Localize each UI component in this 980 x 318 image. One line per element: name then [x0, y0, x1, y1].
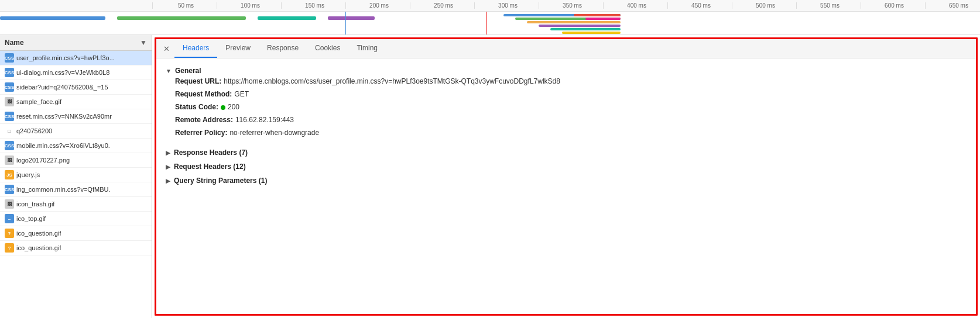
header-value: 200: [221, 102, 239, 112]
waterfall-bar: [550, 28, 621, 30]
ruler-marks: 50 ms100 ms150 ms200 ms250 ms300 ms350 m…: [152, 2, 980, 9]
general-section: ▼ General Request URL:https://home.cnblo…: [166, 65, 967, 138]
list-item[interactable]: CSSmobile.min.css?v=Xro6iVLt8yu0.: [0, 139, 152, 153]
list-item[interactable]: ?ico_question.gif: [0, 226, 152, 241]
tab-headers[interactable]: Headers: [174, 39, 217, 58]
ruler-mark: 450 ms: [667, 2, 732, 9]
red-vertical-line: [486, 12, 486, 34]
file-name: ui-dialog.min.css?v=VJeWkb0L8: [16, 69, 109, 76]
status-dot: [221, 105, 225, 110]
waterfall-bar: [562, 32, 621, 34]
file-type-icon: ?: [5, 229, 14, 238]
query-string-title: Query String Parameters (1): [174, 177, 267, 185]
ruler-mark: 50 ms: [152, 2, 217, 9]
header-row: Status Code:200: [175, 102, 967, 112]
file-type-icon: CSS: [5, 82, 14, 92]
file-type-icon: 🖼: [5, 97, 14, 106]
file-name: user_profile.min.css?v=hwPLf3o...: [16, 54, 115, 61]
waterfall-bar: [328, 16, 375, 20]
waterfall-bar: [527, 21, 621, 23]
ruler-mark: 300 ms: [474, 2, 539, 9]
list-item[interactable]: 🖼icon_trash.gif: [0, 197, 152, 212]
response-headers-section: ▶ Response Headers (7): [166, 147, 967, 158]
response-headers-header[interactable]: ▶ Response Headers (7): [166, 147, 967, 158]
file-type-icon: CSS: [5, 112, 14, 121]
list-item[interactable]: JSjquery.js: [0, 168, 152, 182]
list-item[interactable]: ?ico_question.gif: [0, 241, 152, 255]
file-type-icon: CSS: [5, 185, 14, 194]
file-type-icon: CSS: [5, 141, 14, 150]
general-section-header[interactable]: ▼ General: [166, 65, 967, 76]
waterfall-bar: [258, 16, 316, 20]
list-item[interactable]: –ico_top.gif: [0, 212, 152, 226]
file-type-icon: ?: [5, 243, 14, 253]
list-item[interactable]: □q240756200: [0, 124, 152, 139]
ruler-mark: 350 ms: [539, 2, 603, 9]
request-headers-section: ▶ Request Headers (12): [166, 161, 967, 172]
file-list: Name ▼ CSSuser_profile.min.css?v=hwPLf3o…: [0, 35, 152, 318]
headers-panel: ✕ HeadersPreviewResponseCookiesTiming ▼ …: [155, 37, 978, 316]
sort-icon[interactable]: ▼: [140, 39, 147, 47]
request-headers-title: Request Headers (12): [174, 163, 246, 171]
list-item[interactable]: 🖼logo20170227.png: [0, 153, 152, 168]
ruler-mark: 550 ms: [796, 2, 861, 9]
file-name: q240756200: [16, 127, 52, 134]
file-name: icon_trash.gif: [16, 201, 54, 208]
timeline-area: 50 ms100 ms150 ms200 ms250 ms300 ms350 m…: [0, 0, 980, 35]
panel-tabs: ✕ HeadersPreviewResponseCookiesTiming: [156, 39, 976, 58]
file-name: ing_common.min.css?v=QfMBU.: [16, 186, 110, 193]
file-name: mobile.min.css?v=Xro6iVLt8yu0.: [16, 142, 110, 149]
timeline-bars: [0, 12, 980, 34]
header-value: GET: [234, 89, 249, 99]
query-string-header[interactable]: ▶ Query String Parameters (1): [166, 175, 967, 186]
list-item[interactable]: CSSing_common.min.css?v=QfMBU.: [0, 182, 152, 197]
file-name: ico_top.gif: [16, 215, 46, 222]
ruler-mark: 250 ms: [410, 2, 474, 9]
file-name: ico_question.gif: [16, 244, 61, 251]
panel-content: ▼ General Request URL:https://home.cnblo…: [156, 58, 976, 314]
ruler-mark: 150 ms: [281, 2, 345, 9]
general-arrow: ▼: [166, 68, 172, 74]
file-name: reset.min.css?v=NNKSv2cA90mr: [16, 113, 112, 120]
list-item[interactable]: 🖼sample_face.gif: [0, 95, 152, 109]
close-button[interactable]: ✕: [159, 41, 174, 57]
header-key: Request Method:: [175, 89, 232, 99]
tab-timing[interactable]: Timing: [348, 39, 386, 58]
header-value: https://home.cnblogs.com/css/user_profil…: [224, 76, 560, 87]
waterfall-bar: [539, 25, 621, 27]
list-item[interactable]: CSSui-dialog.min.css?v=VJeWkb0L8: [0, 65, 152, 80]
main-area: Name ▼ CSSuser_profile.min.css?v=hwPLf3o…: [0, 35, 980, 318]
tab-response[interactable]: Response: [259, 39, 307, 58]
ruler-mark: 600 ms: [861, 2, 925, 9]
file-type-icon: □: [5, 126, 14, 136]
query-string-section: ▶ Query String Parameters (1): [166, 175, 967, 186]
list-item[interactable]: CSSsidebar?uid=q240756200&_=15: [0, 80, 152, 95]
waterfall-bar: [574, 14, 621, 16]
header-value: no-referrer-when-downgrade: [229, 127, 319, 138]
file-type-icon: JS: [5, 170, 14, 179]
ruler-mark: 100 ms: [217, 2, 281, 9]
list-item[interactable]: CSSuser_profile.min.css?v=hwPLf3o...: [0, 51, 152, 65]
file-type-icon: 🖼: [5, 155, 14, 165]
file-name: sidebar?uid=q240756200&_=15: [16, 84, 108, 91]
list-item[interactable]: CSSreset.min.css?v=NNKSv2cA90mr: [0, 109, 152, 124]
header-row: Remote Address:116.62.82.159:443: [175, 115, 967, 125]
header-key: Request URL:: [175, 76, 221, 87]
file-type-icon: –: [5, 214, 14, 223]
ruler-mark: 200 ms: [345, 2, 410, 9]
app-container: 50 ms100 ms150 ms200 ms250 ms300 ms350 m…: [0, 0, 980, 318]
request-headers-header[interactable]: ▶ Request Headers (12): [166, 161, 967, 172]
query-string-arrow: ▶: [166, 178, 170, 184]
file-name: logo20170227.png: [16, 157, 70, 164]
general-section-body: Request URL:https://home.cnblogs.com/css…: [166, 76, 967, 138]
header-key: Remote Address:: [175, 115, 233, 125]
waterfall-bar: [0, 16, 105, 20]
file-type-icon: CSS: [5, 68, 14, 77]
tab-cookies[interactable]: Cookies: [307, 39, 348, 58]
file-type-icon: CSS: [5, 53, 14, 63]
response-headers-title: Response Headers (7): [174, 148, 248, 157]
ruler-mark: 650 ms: [925, 2, 980, 9]
tab-preview[interactable]: Preview: [217, 39, 259, 58]
response-headers-arrow: ▶: [166, 150, 170, 156]
header-row: Request Method:GET: [175, 89, 967, 99]
